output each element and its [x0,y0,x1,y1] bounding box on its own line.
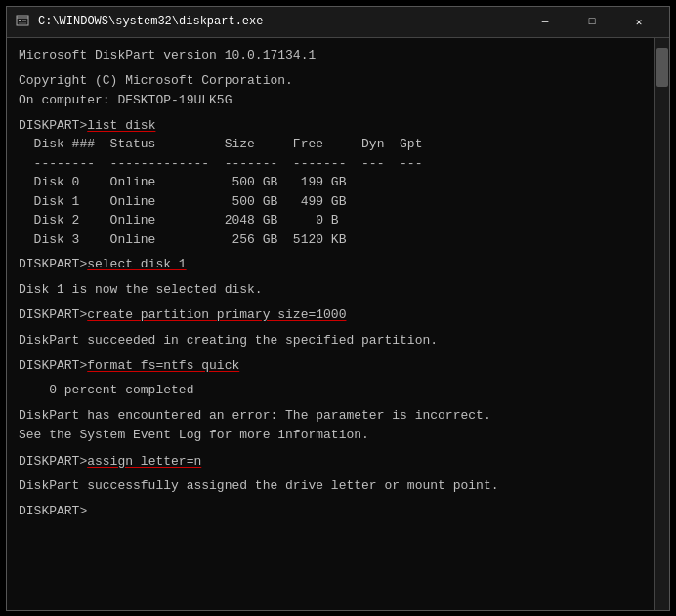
window: C:\WINDOWS\system32\diskpart.exe — □ ✕ M… [6,6,670,611]
output-line: Disk 1 is now the selected disk. [19,280,642,300]
command-row: DISKPART> [19,502,642,521]
scrollbar-thumb[interactable] [656,48,668,87]
table-sep: -------- ------------- ------- ------- -… [19,154,642,174]
output-line: On computer: DESKTOP-19ULK5G [19,91,642,110]
prompt: DISKPART> [19,452,87,472]
table-row-4: Disk 3 Online 256 GB 5120 KB [19,230,642,250]
output-line: DiskPart successfully assigned the drive… [19,476,642,496]
output-line: DiskPart succeeded in creating the speci… [19,331,642,350]
output-line: Microsoft DiskPart version 10.0.17134.1 [19,46,642,65]
table-header: Disk ### Status Size Free Dyn Gpt [19,135,642,154]
command-text: format fs=ntfs quick [87,356,239,376]
table-row-2: Disk 1 Online 500 GB 499 GB [19,192,642,212]
prompt: DISKPART> [19,502,87,521]
output-line: Copyright (C) Microsoft Corporation. [19,71,642,91]
prompt: DISKPART> [19,116,87,136]
prompt: DISKPART> [19,255,87,274]
output-line: See the System Event Log for more inform… [19,426,642,445]
prompt: DISKPART> [19,306,87,325]
close-button[interactable]: ✕ [616,6,661,37]
window-controls: — □ ✕ [523,6,661,37]
prompt: DISKPART> [19,356,87,376]
command-row: DISKPART> list disk [19,116,642,136]
table-row-3: Disk 2 Online 2048 GB 0 B [19,211,642,230]
command-row: DISKPART> select disk 1 [19,255,642,274]
command-text: select disk 1 [87,255,186,274]
scrollbar[interactable] [654,38,669,610]
window-title: C:\WINDOWS\system32\diskpart.exe [38,15,523,28]
svg-rect-2 [19,20,21,21]
command-row: DISKPART> format fs=ntfs quick [19,356,642,376]
command-text: assign letter=n [87,452,201,472]
output-line: 0 percent completed [19,381,642,400]
app-icon [15,14,30,29]
command-text: create partition primary size=1000 [87,306,346,325]
minimize-button[interactable]: — [523,6,568,37]
command-text: list disk [87,116,155,136]
output-line: DiskPart has encountered an error: The p… [19,406,642,426]
command-row: DISKPART> assign letter=n [19,452,642,472]
terminal-content: Microsoft DiskPart version 10.0.17134.1 … [7,38,654,610]
table-row-1: Disk 0 Online 500 GB 199 GB [19,173,642,192]
maximize-button[interactable]: □ [570,6,614,37]
titlebar: C:\WINDOWS\system32\diskpart.exe — □ ✕ [7,7,669,38]
command-row: DISKPART> create partition primary size=… [19,306,642,325]
